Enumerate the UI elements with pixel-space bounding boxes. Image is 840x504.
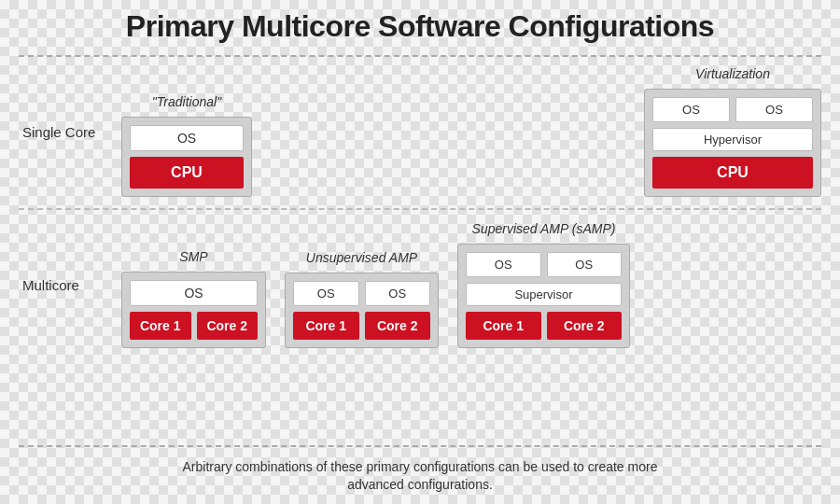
smp-core1: Core 1 xyxy=(130,312,191,340)
unsup-os-row: OS OS xyxy=(293,281,430,306)
mid-divider xyxy=(19,208,821,210)
supervised-box: OS OS Supervisor Core 1 Core 2 xyxy=(457,244,630,348)
virtualization-title: Virtualization xyxy=(695,66,770,81)
unsup-os2: OS xyxy=(365,281,431,306)
single-core-diagrams: "Traditional" OS CPU Virtualization OS O… xyxy=(121,66,821,197)
supervised-diagram: Supervised AMP (sAMP) OS OS Supervisor C… xyxy=(457,221,630,348)
unsup-os1: OS xyxy=(293,281,359,306)
unsup-core2: Core 2 xyxy=(365,312,431,340)
sup-core1: Core 1 xyxy=(466,312,541,340)
virt-cpu: CPU xyxy=(652,157,813,189)
footer-text: Arbitrary combinations of these primary … xyxy=(183,458,658,495)
page-title: Primary Multicore Software Configuration… xyxy=(126,9,714,44)
unsupervised-box: OS OS Core 1 Core 2 xyxy=(285,273,439,348)
sup-supervisor: Supervisor xyxy=(466,283,622,306)
smp-diagram: SMP OS Core 1 Core 2 xyxy=(121,249,266,348)
traditional-cpu: CPU xyxy=(130,157,244,189)
virt-os2: OS xyxy=(735,97,813,122)
single-core-label: Single Core xyxy=(19,124,121,140)
multicore-diagrams: SMP OS Core 1 Core 2 Unsupervised AMP xyxy=(121,221,821,348)
multicore-label: Multicore xyxy=(19,277,121,293)
virt-hypervisor: Hypervisor xyxy=(652,128,813,151)
smp-title: SMP xyxy=(179,249,207,264)
virt-os1: OS xyxy=(652,97,730,122)
traditional-diagram: "Traditional" OS CPU xyxy=(121,94,252,197)
page: Primary Multicore Software Configuration… xyxy=(0,0,840,504)
smp-cores-row: Core 1 Core 2 xyxy=(130,312,258,340)
top-divider xyxy=(19,55,821,57)
unsupervised-diagram: Unsupervised AMP OS OS Core 1 Core 2 xyxy=(285,250,439,348)
traditional-box: OS CPU xyxy=(121,117,252,197)
sup-cores-row: Core 1 Core 2 xyxy=(466,312,622,340)
sup-os-row: OS OS xyxy=(466,252,622,277)
virtualization-diagram: Virtualization OS OS Hypervisor CPU xyxy=(644,66,821,197)
smp-core2: Core 2 xyxy=(197,312,259,340)
sup-os2: OS xyxy=(547,252,623,277)
traditional-title: "Traditional" xyxy=(152,94,221,109)
single-core-row: Single Core "Traditional" OS CPU Virtual… xyxy=(19,61,821,203)
main-content: Single Core "Traditional" OS CPU Virtual… xyxy=(19,61,821,441)
virt-os-row: OS OS xyxy=(652,97,813,122)
unsup-cores-row: Core 1 Core 2 xyxy=(293,312,430,340)
multicore-row: Multicore SMP OS Core 1 Core 2 xyxy=(19,216,821,354)
bottom-divider xyxy=(19,445,821,447)
traditional-os: OS xyxy=(130,125,244,151)
sup-os1: OS xyxy=(466,252,541,277)
smp-box: OS Core 1 Core 2 xyxy=(121,272,266,348)
virtualization-box: OS OS Hypervisor CPU xyxy=(644,89,821,197)
supervised-title: Supervised AMP (sAMP) xyxy=(472,221,616,236)
smp-os: OS xyxy=(130,280,258,306)
sup-core2: Core 2 xyxy=(547,312,623,340)
unsup-core1: Core 1 xyxy=(293,312,359,340)
unsupervised-title: Unsupervised AMP xyxy=(306,250,417,265)
